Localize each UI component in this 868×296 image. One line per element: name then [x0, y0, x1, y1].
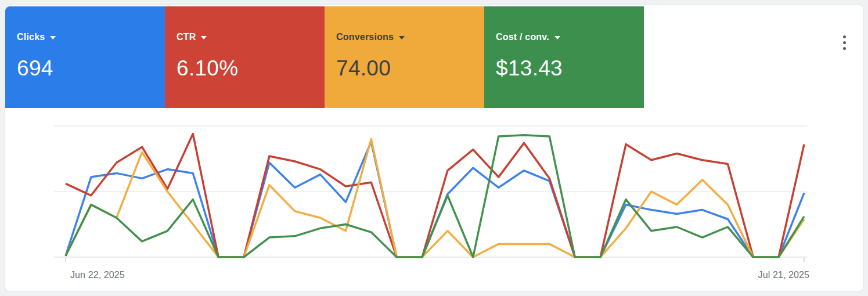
- kebab-menu-icon[interactable]: [834, 30, 854, 55]
- menu-dot: [843, 41, 846, 44]
- chevron-down-icon: [399, 36, 405, 39]
- metric-label: CTR: [177, 32, 196, 42]
- metric-selector-ctr[interactable]: CTR: [177, 32, 325, 42]
- metric-value: 694: [17, 56, 165, 81]
- chevron-down-icon: [201, 36, 207, 39]
- metric-card-ctr[interactable]: CTR 6.10%: [165, 6, 325, 108]
- menu-dot: [843, 35, 846, 38]
- chevron-down-icon: [50, 36, 56, 39]
- x-axis-start-label: Jun 22, 2025: [70, 270, 125, 280]
- metric-selector-cost-per-conv[interactable]: Cost / conv.: [496, 32, 644, 42]
- overview-card: Clicks 694 CTR 6.10% Conversions 74.00 C…: [5, 5, 864, 291]
- metric-cards: Clicks 694 CTR 6.10% Conversions 74.00 C…: [5, 6, 644, 108]
- metric-value: 74.00: [336, 56, 484, 81]
- metric-label: Conversions: [336, 32, 394, 42]
- metric-value: $13.43: [496, 56, 644, 81]
- metric-value: 6.10%: [177, 56, 325, 81]
- chevron-down-icon: [554, 36, 560, 39]
- metric-selector-clicks[interactable]: Clicks: [17, 32, 165, 42]
- metric-card-conversions[interactable]: Conversions 74.00: [325, 6, 484, 108]
- metric-selector-conversions[interactable]: Conversions: [336, 32, 484, 42]
- menu-dot: [843, 47, 846, 50]
- x-axis-end-label: Jul 21, 2025: [693, 270, 809, 280]
- metric-label: Clicks: [17, 32, 45, 42]
- metric-label: Cost / conv.: [496, 32, 549, 42]
- metric-card-clicks[interactable]: Clicks 694: [5, 6, 165, 108]
- metric-card-cost-per-conv[interactable]: Cost / conv. $13.43: [484, 6, 644, 108]
